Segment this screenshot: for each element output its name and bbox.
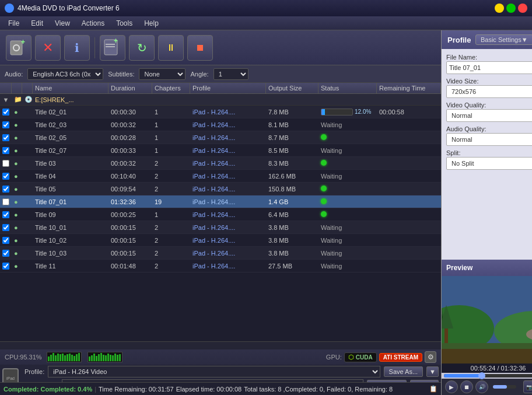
menu-view[interactable]: View	[49, 18, 76, 29]
col-remaining: Remaining Time	[377, 83, 441, 93]
pause-button[interactable]: ⏸	[158, 35, 184, 61]
col-chapters: Chapters	[152, 83, 190, 93]
row-checkbox[interactable]	[2, 134, 9, 141]
play-button[interactable]: ▶	[445, 380, 458, 393]
menu-help[interactable]: Help	[138, 18, 164, 29]
stop-button[interactable]: ⏹	[187, 35, 213, 61]
folder-row[interactable]: ▼ 📁 💿 E:[SHREK_...	[0, 94, 441, 106]
seekbar[interactable]	[444, 374, 532, 377]
row-icon1: ●	[12, 107, 22, 117]
table-row[interactable]: ● Title 02_03 00:00:32 1 iPad - H.264...…	[0, 118, 441, 131]
cpu-graph	[47, 352, 82, 362]
row-name: Title 03	[33, 159, 108, 168]
svg-rect-0	[10, 41, 22, 55]
audio-select[interactable]: English AC3 6ch (0x8	[27, 68, 103, 80]
angle-select[interactable]: 1	[214, 68, 249, 80]
row-checkbox[interactable]	[2, 186, 9, 193]
remove-button[interactable]: ✕	[35, 35, 61, 61]
col-name: Name	[33, 83, 108, 93]
snapshot-button[interactable]: 📷	[523, 380, 532, 393]
table-header: Name Duration Chapters Profile Output Si…	[0, 83, 441, 94]
row-checkbox-cell[interactable]	[0, 107, 12, 117]
row-checkbox[interactable]	[2, 109, 9, 116]
svg-text:+: +	[114, 39, 118, 45]
row-name: Title 05	[33, 184, 108, 194]
col-duration: Duration	[108, 83, 152, 93]
close-button[interactable]	[518, 4, 527, 13]
cuda-button[interactable]: ⬡ CUDA	[344, 352, 377, 362]
horizontal-scrollbar[interactable]	[0, 341, 441, 349]
video-size-label: Video Size:	[446, 78, 532, 85]
row-name: Title 10_02	[33, 236, 108, 245]
save-as-dropdown[interactable]: ▼	[426, 366, 439, 377]
maximize-button[interactable]	[506, 4, 516, 13]
gpu-settings-button[interactable]: ⚙	[425, 351, 436, 363]
menu-tools[interactable]: Tools	[110, 18, 138, 29]
preview-image	[442, 276, 532, 363]
row-checkbox[interactable]	[2, 147, 9, 154]
table-row[interactable]: ● Title 02_05 00:00:28 1 iPad - H.264...…	[0, 131, 441, 144]
row-profile: iPad - H.264....	[190, 107, 266, 117]
row-checkbox[interactable]	[2, 224, 9, 231]
add-dvd-button[interactable]: +	[6, 35, 32, 61]
info-button[interactable]: ℹ	[64, 35, 90, 61]
split-select[interactable]: No Split By Size By Time	[446, 157, 532, 170]
ati-stream-button[interactable]: ATI STREAM	[379, 353, 422, 362]
row-checkbox[interactable]	[2, 173, 9, 180]
row-checkbox[interactable]	[2, 198, 9, 205]
file-table[interactable]: Name Duration Chapters Profile Output Si…	[0, 83, 441, 341]
table-row-selected[interactable]: ● Title 07_01 01:32:36 19 iPad - H.264..…	[0, 195, 441, 208]
cpu-graph-2	[88, 352, 123, 362]
row-checkbox[interactable]	[2, 263, 9, 270]
table-row[interactable]: ● Title 10_02 00:00:15 2 iPad - H.264...…	[0, 234, 441, 247]
basic-settings-button[interactable]: Basic Settings▼	[475, 34, 532, 45]
table-row[interactable]: ● Title 11 00:01:48 2 iPad - H.264.... 2…	[0, 260, 441, 272]
row-checkbox[interactable]	[2, 250, 9, 257]
profile-select[interactable]: iPad - H.264 Video	[48, 366, 380, 377]
title-bar: 4Media DVD to iPad Converter 6	[0, 0, 532, 16]
audio-quality-label: Audio Quality:	[446, 125, 532, 132]
status-log-icon[interactable]: 📋	[429, 385, 438, 393]
col-profile: Profile	[190, 83, 266, 93]
menu-actions[interactable]: Actions	[76, 18, 110, 29]
stop-preview-button[interactable]: ⏹	[460, 380, 473, 393]
split-field: Split: No Split By Size By Time	[446, 149, 532, 170]
volume-slider[interactable]	[493, 385, 516, 389]
video-size-field: Video Size: 720x576 1024x768 1280x720	[446, 78, 532, 98]
seekbar-thumb[interactable]	[478, 372, 485, 379]
col-output-size: Output Size	[266, 83, 318, 93]
volume-button[interactable]: 🔊	[475, 380, 488, 393]
table-row[interactable]: ● Title 03 00:00:32 2 iPad - H.264.... 8…	[0, 157, 441, 170]
table-row[interactable]: ● Title 04 00:10:40 2 iPad - H.264.... 1…	[0, 170, 441, 183]
menu-edit[interactable]: Edit	[25, 18, 49, 29]
row-status: 12.0%	[318, 107, 377, 117]
file-name-input[interactable]	[446, 61, 532, 74]
table-row[interactable]: ● Title 05 00:09:54 2 iPad - H.264.... 1…	[0, 183, 441, 195]
preview-controls: ▶ ⏹ 🔊 📷 ⛶	[442, 379, 532, 395]
refresh-button[interactable]: ↻	[129, 35, 155, 61]
table-row[interactable]: ● Title 10_01 00:00:15 2 iPad - H.264...…	[0, 221, 441, 234]
volume-fill	[493, 385, 507, 389]
window-controls	[495, 4, 527, 13]
row-checkbox[interactable]	[2, 160, 9, 167]
video-size-select[interactable]: 720x576 1024x768 1280x720	[446, 85, 532, 98]
status-time-remaining: Time Remaining: 00:31:57	[99, 386, 174, 393]
subtitles-select[interactable]: None	[139, 68, 186, 80]
row-checkbox[interactable]	[2, 237, 9, 244]
svg-rect-20	[442, 343, 532, 349]
toolbar: + ✕ ℹ + ↻ ⏸ ⏹	[0, 30, 441, 65]
add-file-button[interactable]: +	[100, 35, 125, 61]
video-quality-select[interactable]: Normal High Low	[446, 109, 532, 122]
audio-quality-select[interactable]: Normal High Low	[446, 133, 532, 146]
row-checkbox[interactable]	[2, 121, 9, 128]
minimize-button[interactable]	[495, 4, 504, 13]
preview-section-header: Preview ▶	[442, 260, 532, 276]
menu-file[interactable]: File	[2, 18, 25, 29]
table-row[interactable]: ● Title 09 00:00:25 1 iPad - H.264.... 6…	[0, 208, 441, 221]
row-checkbox[interactable]	[2, 211, 9, 218]
table-row[interactable]: ● Title 02_07 00:00:33 1 iPad - H.264...…	[0, 144, 441, 157]
table-row[interactable]: ● Title 02_01 00:00:30 1 iPad - H.264...…	[0, 106, 441, 118]
table-row[interactable]: ● Title 10_03 00:00:15 2 iPad - H.264...…	[0, 247, 441, 260]
video-quality-field: Video Quality: Normal High Low	[446, 102, 532, 122]
save-as-button[interactable]: Save As...	[384, 366, 424, 377]
